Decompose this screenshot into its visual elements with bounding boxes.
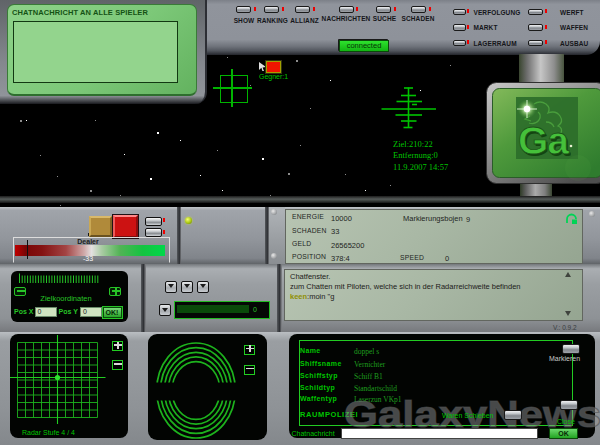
svg-text:Ga: Ga [518, 119, 569, 162]
